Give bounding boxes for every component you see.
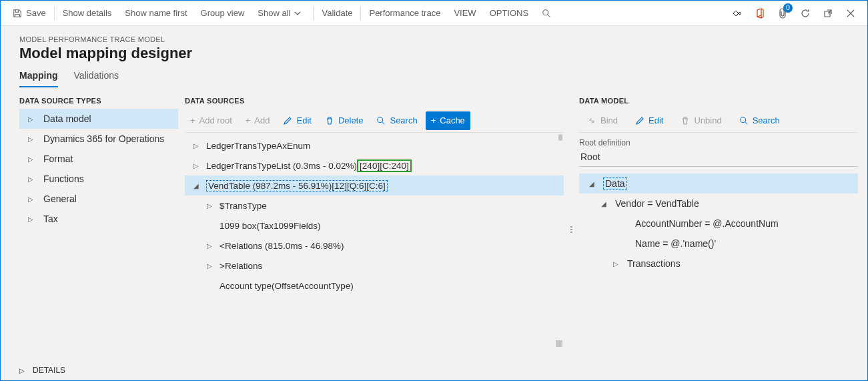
office-icon[interactable] bbox=[754, 7, 766, 19]
chevron-right-icon: ▷ bbox=[19, 367, 25, 374]
ds-row-ledger-enum[interactable]: ▷ LedgerTransTypeAxEnum bbox=[185, 135, 564, 155]
edit-model-button[interactable]: Edit bbox=[630, 111, 669, 130]
delete-button[interactable]: Delete bbox=[320, 111, 369, 130]
validate-button[interactable]: Validate bbox=[315, 1, 359, 25]
plus-icon: + bbox=[246, 115, 251, 125]
dm-row-name[interactable]: ▷ Name = @.'name()' bbox=[579, 234, 858, 254]
chevron-down-icon bbox=[294, 10, 301, 17]
chevron-right-icon[interactable]: ▷ bbox=[26, 216, 35, 223]
close-icon[interactable] bbox=[845, 7, 857, 19]
sources-label: DATA SOURCES bbox=[185, 97, 564, 105]
chevron-right-icon[interactable]: ▷ bbox=[205, 202, 214, 210]
top-toolbar: Save Show details Show name first Group … bbox=[1, 1, 867, 26]
details-label: DETAILS bbox=[33, 366, 65, 375]
svg-point-4 bbox=[740, 117, 745, 122]
types-item-dynamics[interactable]: ▷Dynamics 365 for Operations bbox=[19, 129, 178, 149]
chevron-right-icon[interactable]: ▷ bbox=[611, 260, 620, 268]
svg-line-3 bbox=[382, 121, 385, 124]
search-model-button[interactable]: Search bbox=[734, 111, 785, 130]
types-item-data-model[interactable]: ▷Data model bbox=[19, 109, 178, 129]
chevron-right-icon[interactable]: ▷ bbox=[191, 142, 201, 149]
search-icon bbox=[376, 116, 386, 125]
scrollbar-thumb[interactable] bbox=[558, 134, 562, 141]
options-button[interactable]: OPTIONS bbox=[483, 1, 536, 25]
chevron-down-icon[interactable]: ◢ bbox=[599, 200, 608, 208]
tab-mapping[interactable]: Mapping bbox=[19, 70, 58, 87]
dm-row-vendor[interactable]: ◢ Vendor = VendTable bbox=[579, 194, 858, 214]
pencil-icon bbox=[635, 116, 644, 125]
dm-row-transactions[interactable]: ▷ Transactions bbox=[579, 254, 858, 274]
popout-icon[interactable] bbox=[822, 7, 834, 19]
plus-icon: + bbox=[190, 115, 195, 125]
toolbar-divider bbox=[360, 7, 361, 20]
dm-row-account[interactable]: ▷ AccountNumber = @.AccountNum bbox=[579, 214, 858, 234]
toolbar-divider bbox=[313, 7, 314, 20]
chevron-down-icon[interactable]: ◢ bbox=[587, 180, 596, 187]
show-all-button[interactable]: Show all bbox=[251, 1, 312, 25]
svg-line-5 bbox=[745, 121, 747, 124]
chevron-right-icon[interactable]: ▷ bbox=[26, 175, 35, 183]
chevron-right-icon[interactable]: ▷ bbox=[26, 135, 35, 143]
types-item-general[interactable]: ▷General bbox=[19, 189, 178, 209]
unbind-button[interactable]: Unbind bbox=[675, 111, 727, 130]
connector-icon[interactable] bbox=[731, 7, 743, 19]
add-root-button[interactable]: +Add root bbox=[185, 111, 238, 130]
chevron-down-icon[interactable]: ◢ bbox=[191, 182, 201, 189]
model-label: DATA MODEL bbox=[579, 97, 858, 105]
breadcrumb: MODEL PERFORMANCE TRACE MODEL bbox=[19, 35, 849, 43]
chevron-right-icon[interactable]: ▷ bbox=[26, 196, 35, 203]
save-button[interactable]: Save bbox=[6, 1, 53, 25]
types-item-format[interactable]: ▷Format bbox=[19, 149, 178, 169]
attachments-icon[interactable]: 0 bbox=[777, 7, 789, 19]
ds-row-transtype[interactable]: ▷ $TransType bbox=[185, 196, 564, 216]
root-definition-value[interactable]: Root bbox=[579, 149, 858, 167]
trash-icon bbox=[681, 116, 690, 125]
ds-row-relations-in[interactable]: ▷ <Relations (815.0ms - 46.98%) bbox=[185, 236, 564, 256]
group-view-button[interactable]: Group view bbox=[194, 1, 252, 25]
chevron-right-icon[interactable]: ▷ bbox=[191, 162, 201, 169]
view-button[interactable]: VIEW bbox=[447, 1, 482, 25]
ds-row-ledger-list[interactable]: ▷ LedgerTransTypeList (0.3ms - 0.02%) [2… bbox=[185, 155, 564, 175]
types-item-functions[interactable]: ▷Functions bbox=[19, 169, 178, 189]
scrollbar-thumb[interactable] bbox=[556, 340, 562, 347]
show-name-first-button[interactable]: Show name first bbox=[118, 1, 193, 25]
root-definition-label: Root definition bbox=[579, 138, 858, 147]
plus-icon: + bbox=[431, 115, 436, 125]
types-item-tax[interactable]: ▷Tax bbox=[19, 209, 178, 229]
pencil-icon bbox=[283, 116, 292, 125]
ds-row-relations-out[interactable]: ▷ >Relations bbox=[185, 256, 564, 276]
search-icon bbox=[542, 9, 551, 18]
link-icon bbox=[587, 116, 596, 125]
details-expander[interactable]: ▷ DETAILS bbox=[1, 363, 867, 380]
chevron-right-icon[interactable]: ▷ bbox=[205, 262, 214, 270]
column-resize-handle[interactable] bbox=[570, 97, 572, 363]
toolbar-divider bbox=[54, 7, 55, 20]
selected-node: Data bbox=[603, 177, 627, 189]
chevron-right-icon[interactable]: ▷ bbox=[205, 242, 214, 250]
ds-row-account-type[interactable]: ▷ Account type(OffsetAccountType) bbox=[185, 276, 564, 296]
ds-row-1099box[interactable]: ▷ 1099 box(Tax1099Fields) bbox=[185, 216, 564, 236]
trace-stats-highlight: [240][C:240] bbox=[357, 159, 412, 172]
add-button[interactable]: +Add bbox=[240, 111, 276, 130]
svg-point-0 bbox=[543, 9, 548, 15]
svg-line-1 bbox=[548, 14, 550, 17]
chevron-right-icon[interactable]: ▷ bbox=[26, 155, 35, 163]
ds-row-vendtable[interactable]: ◢ VendTable (987.2ms - 56.91%)[12][Q:6][… bbox=[185, 175, 564, 196]
show-details-button[interactable]: Show details bbox=[56, 1, 119, 25]
edit-button[interactable]: Edit bbox=[278, 111, 316, 130]
tab-validations[interactable]: Validations bbox=[74, 70, 119, 87]
performance-trace-button[interactable]: Performance trace bbox=[362, 1, 447, 25]
chevron-right-icon[interactable]: ▷ bbox=[26, 115, 35, 123]
bind-button[interactable]: Bind bbox=[582, 111, 623, 130]
save-label: Save bbox=[26, 8, 46, 18]
search-button[interactable]: Search bbox=[371, 111, 422, 130]
search-toolbar-button[interactable] bbox=[535, 1, 562, 25]
dm-row-data[interactable]: ◢ Data bbox=[579, 173, 858, 194]
badge: 0 bbox=[783, 3, 793, 13]
trash-icon bbox=[325, 116, 334, 125]
refresh-icon[interactable] bbox=[799, 7, 811, 19]
page-title: Model mapping designer bbox=[19, 45, 849, 62]
types-tree: ▷Data model ▷Dynamics 365 for Operations… bbox=[19, 109, 178, 363]
cache-button[interactable]: +Cache bbox=[426, 111, 470, 130]
search-icon bbox=[739, 116, 749, 125]
